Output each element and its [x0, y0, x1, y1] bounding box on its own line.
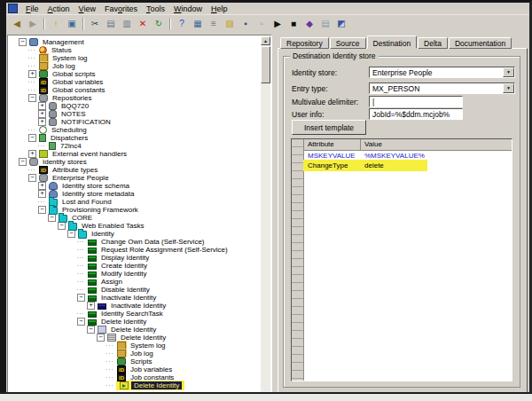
table-row[interactable]: ChangeTypedelete — [304, 161, 512, 170]
menu-help[interactable]: Help — [207, 4, 232, 14]
console-tree-button[interactable]: ≡ — [206, 17, 222, 32]
tree-item-lost-and-found[interactable]: Lost and Found — [9, 198, 260, 206]
tree-item-delete-identity[interactable]: −Delete Identity — [9, 334, 260, 342]
save-button[interactable]: ▪ — [238, 17, 254, 32]
tree-item-delete-identity[interactable]: −Delete Identity — [9, 318, 260, 326]
delete-button[interactable]: ✕ — [135, 17, 151, 32]
scrollbar-up-icon[interactable]: ▲ — [261, 36, 270, 45]
value-column-header[interactable]: Value — [361, 139, 512, 150]
tree-item-enterprise-people[interactable]: −Enterprise People — [9, 174, 260, 182]
menu-tools[interactable]: Tools — [142, 4, 169, 14]
tree-expander-toggle[interactable]: + — [28, 150, 36, 158]
table-row[interactable]: MSKEYVALUE%MSKEYVALUE% — [304, 151, 512, 161]
new-document-button[interactable]: ▫ — [254, 17, 270, 32]
tree-item-global-variables[interactable]: Global variables — [9, 78, 260, 86]
tab-delta[interactable]: Delta — [418, 37, 448, 49]
tree-item-global-scripts[interactable]: +Global scripts — [9, 70, 260, 78]
tab-source[interactable]: Source — [330, 37, 366, 49]
tree-expander-toggle[interactable]: − — [87, 326, 95, 334]
tab-destination[interactable]: Destination — [367, 35, 418, 49]
tree-item-create-identity[interactable]: Create Identity — [9, 262, 260, 270]
tree-item-disable-identity[interactable]: Disable Identity — [9, 286, 260, 294]
menu-file[interactable]: File — [21, 4, 43, 14]
tree-item-job-log[interactable]: Job log — [9, 350, 260, 358]
paste-button[interactable]: ▥ — [119, 17, 135, 32]
tree-expander-toggle[interactable]: + — [28, 70, 36, 78]
tree-item-core[interactable]: −CORE — [9, 214, 260, 222]
tree-item-system-log[interactable]: System log — [9, 342, 260, 350]
tree-item-bqq720[interactable]: +BQQ720 — [9, 102, 260, 110]
copy-button[interactable]: ▤ — [103, 17, 119, 32]
show-properties-button[interactable]: ▣ — [64, 17, 80, 32]
tree-item-attribute-types[interactable]: Attribute types — [9, 166, 260, 174]
tree-item-web-enabled-tasks[interactable]: −Web Enabled Tasks — [9, 222, 260, 230]
notes-button[interactable]: ▤ — [317, 17, 333, 32]
stop-button[interactable]: ■ — [286, 17, 301, 32]
tree-item-dispatchers[interactable]: −Dispatchers — [9, 134, 260, 142]
tree-item-delete-identity[interactable]: −Delete Identity — [9, 326, 260, 334]
run-button[interactable]: ▶ — [270, 17, 286, 32]
tree-expander-toggle[interactable]: − — [28, 174, 36, 182]
menu-view[interactable]: View — [74, 4, 100, 14]
help-button[interactable]: ? — [174, 17, 190, 32]
tree-item-modify-identity[interactable]: Modify Identity — [9, 270, 260, 278]
menu-window[interactable]: Window — [169, 4, 207, 14]
tree-expander-toggle[interactable]: − — [97, 334, 105, 342]
row-selector-column[interactable] — [292, 139, 304, 381]
entry-type-select[interactable]: MX_PERSON ▼ — [369, 83, 515, 94]
tree-item-scripts[interactable]: Scripts — [9, 358, 260, 366]
tree-item-inactivate-identity[interactable]: −Inactivate Identity — [9, 294, 260, 302]
tree-expander-toggle[interactable]: − — [77, 318, 85, 326]
tree-item-system-log[interactable]: System log — [9, 54, 260, 62]
menu-favorites[interactable]: Favorites — [100, 4, 142, 14]
tree-item-identity-store-schema[interactable]: +Identity store schema — [9, 182, 260, 190]
tree-item-identity-store-metadata[interactable]: +Identity store metadata — [9, 190, 260, 198]
tree-expander-toggle[interactable]: + — [38, 102, 46, 110]
up-one-level-button[interactable]: ↑ — [48, 17, 64, 32]
tree-expander-toggle[interactable]: + — [38, 110, 46, 118]
attribute-column-header[interactable]: Attribute — [304, 139, 361, 150]
tree-item-identity-stores[interactable]: −Identity stores — [9, 158, 260, 166]
tree-expander-toggle[interactable]: − — [67, 230, 75, 238]
cut-button[interactable]: ✂ — [87, 17, 103, 32]
tree-scrollbar[interactable]: ▲ — [261, 36, 270, 392]
tree-expander-toggle[interactable]: − — [48, 214, 56, 222]
tree-item-72lnc4[interactable]: 72lnc4 — [9, 142, 260, 150]
tree-item-job-variables[interactable]: Job variables — [9, 366, 260, 373]
open-folder-button[interactable]: ▨ — [222, 17, 238, 32]
tree-item-repositories[interactable]: −Repositories — [9, 94, 260, 102]
book-button[interactable]: ◆ — [301, 17, 317, 32]
tree-expander-toggle[interactable]: + — [38, 118, 46, 126]
chevron-down-icon[interactable]: ▼ — [503, 83, 514, 93]
tree-expander-toggle[interactable]: − — [77, 294, 85, 302]
tree-expander-toggle[interactable]: − — [58, 222, 66, 230]
tree-item-notification[interactable]: +NOTIFICATION — [9, 118, 260, 126]
tree-item-provisioning-framework[interactable]: −Provisioning Framework — [9, 206, 260, 214]
user-info-input[interactable] — [369, 108, 463, 120]
tree-item-scheduling[interactable]: Scheduling — [9, 126, 260, 134]
refresh-button[interactable]: ↻ — [151, 17, 167, 32]
tree-item-identity[interactable]: −Identity — [9, 230, 260, 238]
forward-button[interactable]: ▶ — [25, 17, 41, 32]
tab-repository[interactable]: Repository — [280, 37, 329, 49]
tree-item-identity-searchtask[interactable]: Identity SearchTask — [9, 310, 260, 318]
tree-item-request-role-assignment-self-service[interactable]: Request Role Assignment (Self-Service) — [9, 246, 260, 254]
tree-item-inactivate-identity[interactable]: +Inactivate Identity — [9, 302, 260, 310]
tree-item-status[interactable]: Status — [9, 46, 260, 54]
tree-item-display-identity[interactable]: Display Identity — [9, 254, 260, 262]
tab-documentation[interactable]: Documentation — [449, 37, 512, 49]
tree-expander-toggle[interactable]: − — [28, 94, 36, 102]
tree-expander-toggle[interactable]: − — [19, 38, 27, 46]
tree-expander-toggle[interactable]: − — [38, 206, 46, 214]
tree-item-job-log[interactable]: Job log — [9, 62, 260, 70]
tree-item-notes[interactable]: +NOTES — [9, 110, 260, 118]
tree-item-change-own-data-self-service[interactable]: Change Own Data (Self-Service) — [9, 238, 260, 246]
back-button[interactable]: ◀ — [9, 17, 25, 32]
tree-item-management[interactable]: −Management — [9, 38, 260, 46]
tree-item-global-constants[interactable]: Global constants — [9, 86, 260, 94]
tree-item-delete-identity[interactable]: Delete Identity — [9, 381, 260, 389]
tree-expander-toggle[interactable]: − — [19, 158, 27, 166]
tree-expander-toggle[interactable]: + — [38, 190, 46, 198]
tree-item-assign[interactable]: Assign — [9, 278, 260, 286]
tree-item-external-event-handlers[interactable]: +External event handlers — [9, 150, 260, 158]
